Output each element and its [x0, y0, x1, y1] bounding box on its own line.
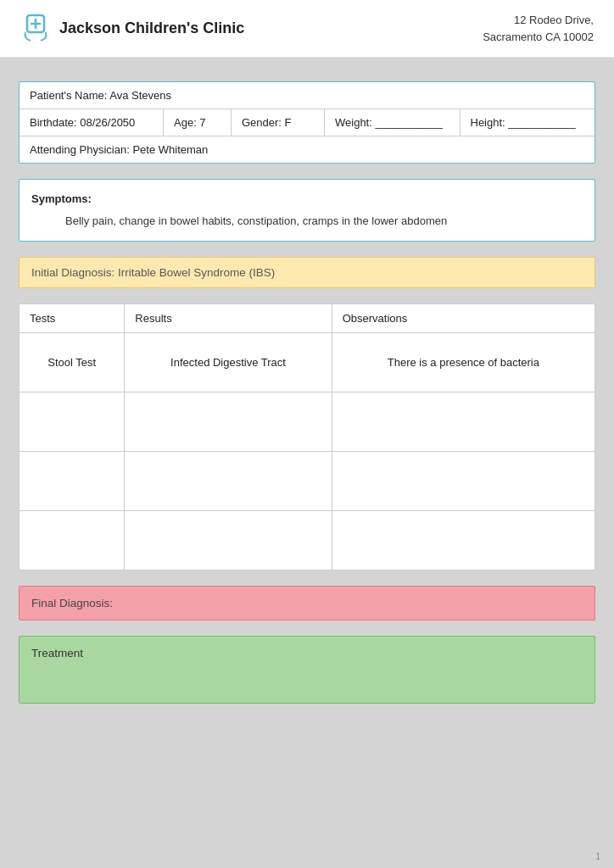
symptoms-section: Symptoms: Belly pain, change in bowel ha… — [19, 179, 595, 242]
result-cell-3 — [125, 452, 332, 511]
age-cell: Age: 7 — [164, 109, 232, 136]
address-line2: Sacramento CA 10002 — [483, 31, 594, 43]
symptoms-label: Symptoms: — [31, 190, 583, 209]
patient-name-cell: Patient's Name: Ava Stevens — [20, 82, 594, 108]
clinic-name: Jackson Children's Clinic — [59, 19, 244, 37]
birthdate-cell: Birthdate: 08/26/2050 — [20, 109, 164, 136]
page-header: Jackson Children's Clinic 12 Rodeo Drive… — [0, 0, 614, 58]
height-cell: Height: ___________ — [460, 109, 595, 136]
observation-cell-1: There is a presence of bacteria — [332, 333, 594, 392]
observation-cell-3 — [332, 452, 594, 511]
observations-col-header: Observations — [332, 304, 594, 333]
table-row — [20, 452, 595, 511]
patient-details-row: Birthdate: 08/26/2050 Age: 7 Gender: F W… — [20, 109, 594, 136]
treatment-section: Treatment — [19, 636, 595, 704]
observation-cell-4 — [332, 511, 594, 570]
clinic-address: 12 Rodeo Drive, Sacramento CA 10002 — [483, 12, 594, 45]
main-content: Patient's Name: Ava Stevens Birthdate: 0… — [0, 58, 614, 727]
physician-row: Attending Physician: Pete Whiteman — [20, 136, 594, 163]
result-cell-2 — [125, 392, 332, 452]
test-cell-4 — [20, 511, 125, 570]
address-line1: 12 Rodeo Drive, — [514, 14, 594, 26]
physician-cell: Attending Physician: Pete Whiteman — [20, 136, 594, 163]
tests-col-header: Tests — [20, 304, 125, 333]
table-row — [20, 392, 595, 452]
patient-name-row: Patient's Name: Ava Stevens — [20, 82, 594, 109]
results-col-header: Results — [125, 304, 332, 333]
result-cell-4 — [125, 511, 332, 570]
result-cell-1: Infected Digestive Tract — [125, 333, 332, 392]
test-cell-1: Stool Test — [20, 333, 125, 392]
table-row — [20, 511, 595, 570]
symptoms-text: Belly pain, change in bowel habits, cons… — [31, 212, 583, 231]
final-diagnosis-banner: Final Diagnosis: — [19, 586, 595, 620]
tests-table-header-row: Tests Results Observations — [20, 304, 595, 333]
clinic-branding: Jackson Children's Clinic — [20, 14, 244, 44]
tests-table: Tests Results Observations Stool Test In… — [19, 303, 595, 570]
initial-diagnosis-banner: Initial Diagnosis: Irritable Bowel Syndr… — [19, 257, 595, 288]
table-row: Stool Test Infected Digestive Tract Ther… — [20, 333, 595, 392]
test-cell-2 — [20, 392, 125, 452]
observation-cell-2 — [332, 392, 594, 452]
patient-info-section: Patient's Name: Ava Stevens Birthdate: 0… — [19, 81, 595, 164]
test-cell-3 — [20, 452, 125, 511]
gender-cell: Gender: F — [232, 109, 325, 136]
clinic-logo-icon — [20, 14, 51, 44]
page-number: 1 — [595, 852, 600, 861]
weight-cell: Weight: ___________ — [325, 109, 460, 136]
